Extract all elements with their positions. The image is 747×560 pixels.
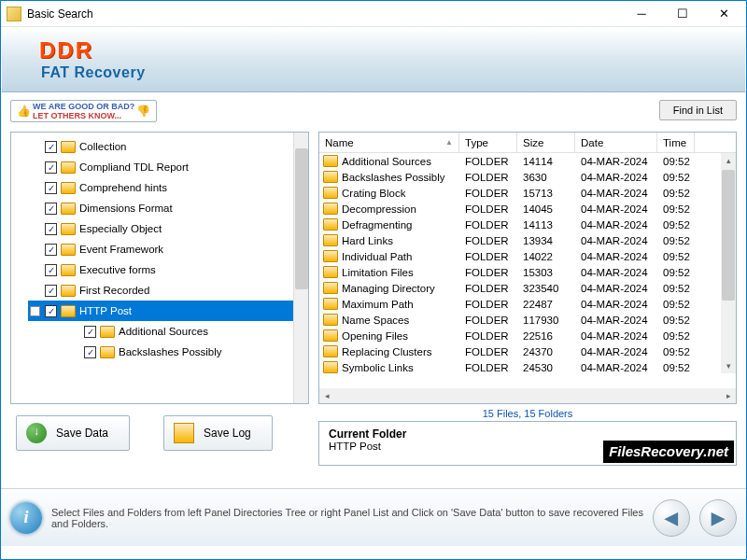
list-row[interactable]: Limitation FilesFOLDER1530304-MAR-202409… xyxy=(319,264,736,280)
list-h-scrollbar[interactable]: ◂ ▸ xyxy=(319,388,736,403)
scrollbar-thumb[interactable] xyxy=(722,170,735,301)
main-content: 👍 WE ARE GOOD OR BAD? LET OTHERS KNOW...… xyxy=(1,92,746,488)
back-button[interactable]: ◀ xyxy=(653,499,690,537)
checkbox[interactable]: ✓ xyxy=(45,244,57,256)
scroll-left-icon[interactable]: ◂ xyxy=(319,388,334,403)
folder-icon xyxy=(61,305,76,317)
brand-logo: DDR xyxy=(39,39,745,62)
scrollbar-thumb[interactable] xyxy=(295,148,308,289)
file-name: Symbolic Links xyxy=(342,362,414,373)
list-row[interactable]: Crating BlockFOLDER1571304-MAR-202409:52 xyxy=(319,185,736,201)
list-row[interactable]: Individual PathFOLDER1402204-MAR-202409:… xyxy=(319,248,736,264)
cell-type: FOLDER xyxy=(459,156,517,167)
tree-item[interactable]: ✓Compliand TDL Report xyxy=(28,157,293,177)
folder-icon xyxy=(61,203,76,215)
cell-type: FOLDER xyxy=(459,315,517,326)
file-list-panel: Name▲ Type Size Date Time Additional Sou… xyxy=(318,132,737,404)
cell-date: 04-MAR-2024 xyxy=(575,346,657,357)
list-v-scrollbar[interactable]: ▴ ▾ xyxy=(721,153,736,373)
tree-item[interactable]: ✓Especially Object xyxy=(28,218,293,239)
scroll-down-icon[interactable]: ▾ xyxy=(721,358,736,373)
tree-item[interactable]: −✓HTTP Post xyxy=(28,301,293,321)
find-in-list-button[interactable]: Find in List xyxy=(659,100,737,120)
tree-scrollbar[interactable] xyxy=(293,133,308,403)
file-list[interactable]: Additional SourcesFOLDER1411404-MAR-2024… xyxy=(319,153,736,375)
col-type-header[interactable]: Type xyxy=(459,133,517,152)
tree-item[interactable]: ✓Dimensions Format xyxy=(28,198,293,218)
file-count: 15 Files, 15 Folders xyxy=(318,404,737,421)
checkbox[interactable]: ✓ xyxy=(84,326,96,338)
checkbox[interactable]: ✓ xyxy=(45,141,57,153)
checkbox[interactable]: ✓ xyxy=(45,223,57,235)
list-row[interactable]: Replacing ClustersFOLDER2437004-MAR-2024… xyxy=(319,343,736,359)
close-button[interactable]: ✕ xyxy=(703,2,744,26)
list-row[interactable]: Additional SourcesFOLDER1411404-MAR-2024… xyxy=(319,153,736,169)
cell-time: 09:52 xyxy=(657,267,695,278)
cell-date: 04-MAR-2024 xyxy=(575,362,657,373)
checkbox[interactable]: ✓ xyxy=(45,264,57,276)
col-time-header[interactable]: Time xyxy=(657,133,695,152)
feedback-button[interactable]: 👍 WE ARE GOOD OR BAD? LET OTHERS KNOW...… xyxy=(10,100,157,122)
tree-item[interactable]: ✓Backslashes Possibly xyxy=(28,342,293,362)
save-log-button[interactable]: Save Log xyxy=(163,415,273,451)
checkbox[interactable]: ✓ xyxy=(45,203,57,215)
maximize-button[interactable]: ☐ xyxy=(662,2,703,26)
file-name: Crating Block xyxy=(342,188,405,199)
tree-item[interactable]: ✓Additional Sources xyxy=(28,321,293,342)
hint-text: Select Files and Folders from left Panel… xyxy=(51,507,643,529)
scroll-right-icon[interactable]: ▸ xyxy=(721,388,736,403)
checkbox[interactable]: ✓ xyxy=(45,182,57,194)
minimize-button[interactable]: ─ xyxy=(621,2,662,26)
footer: i Select Files and Folders from left Pan… xyxy=(1,488,746,546)
folder-icon xyxy=(100,346,115,358)
cell-time: 09:52 xyxy=(657,251,695,262)
tree-item-label: Backslashes Possibly xyxy=(119,346,222,357)
cell-size: 13934 xyxy=(517,235,575,246)
file-name: Limitation Files xyxy=(342,267,414,278)
cell-date: 04-MAR-2024 xyxy=(575,267,657,278)
list-row[interactable]: Name SpacesFOLDER11793004-MAR-202409:52 xyxy=(319,312,736,328)
tree-item[interactable]: ✓First Recorded xyxy=(28,280,293,301)
expand-toggle[interactable]: − xyxy=(30,306,40,316)
forward-button[interactable]: ▶ xyxy=(699,499,737,537)
list-row[interactable]: Backslashes PossiblyFOLDER363004-MAR-202… xyxy=(319,169,736,185)
scroll-up-icon[interactable]: ▴ xyxy=(721,153,736,168)
checkbox[interactable]: ✓ xyxy=(84,346,96,358)
checkbox[interactable]: ✓ xyxy=(45,285,57,297)
cell-size: 14113 xyxy=(517,219,575,231)
save-data-button[interactable]: Save Data xyxy=(16,415,130,451)
folder-icon xyxy=(323,155,338,167)
cell-date: 04-MAR-2024 xyxy=(575,203,657,215)
list-row[interactable]: Hard LinksFOLDER1393404-MAR-202409:52 xyxy=(319,232,736,248)
cell-size: 117930 xyxy=(517,315,575,326)
thumb-up-icon: 👍 xyxy=(17,106,31,116)
folder-icon xyxy=(323,203,338,215)
list-row[interactable]: Symbolic LinksFOLDER2453004-MAR-202409:5… xyxy=(319,359,736,375)
col-size-header[interactable]: Size xyxy=(517,133,575,152)
tree-item[interactable]: ✓Comprehend hints xyxy=(28,177,293,198)
list-row[interactable]: DefragmentingFOLDER1411304-MAR-202409:52 xyxy=(319,217,736,232)
list-row[interactable]: Opening FilesFOLDER2251604-MAR-202409:52 xyxy=(319,328,736,343)
checkbox[interactable]: ✓ xyxy=(45,305,57,317)
feedback-line1: WE ARE GOOD OR BAD? xyxy=(33,102,134,111)
col-name-header[interactable]: Name▲ xyxy=(319,133,459,152)
folder-icon xyxy=(323,187,338,199)
cell-size: 22516 xyxy=(517,330,575,342)
checkbox[interactable]: ✓ xyxy=(45,161,57,174)
col-date-header[interactable]: Date xyxy=(575,133,657,152)
list-row[interactable]: Managing DirectoryFOLDER32354004-MAR-202… xyxy=(319,280,736,296)
tree-item-label: Collection xyxy=(79,141,127,152)
folder-icon xyxy=(61,182,76,194)
list-row[interactable]: DecompressionFOLDER1404504-MAR-202409:52 xyxy=(319,201,736,217)
list-row[interactable]: Maximum PathFOLDER2248704-MAR-202409:52 xyxy=(319,296,736,312)
tree-item-label: Event Framework xyxy=(79,244,163,255)
tree-item[interactable]: ✓Event Framework xyxy=(28,239,293,259)
tree-item[interactable]: ✓Collection xyxy=(28,136,293,157)
save-log-label: Save Log xyxy=(204,427,251,440)
folder-tree[interactable]: ✓Collection✓Compliand TDL Report✓Compreh… xyxy=(11,133,293,403)
tree-item[interactable]: ✓Executive forms xyxy=(28,259,293,280)
arrow-left-icon: ◀ xyxy=(665,508,678,528)
cell-time: 09:52 xyxy=(657,346,695,357)
folder-icon xyxy=(323,361,338,373)
arrow-right-icon: ▶ xyxy=(712,508,725,528)
